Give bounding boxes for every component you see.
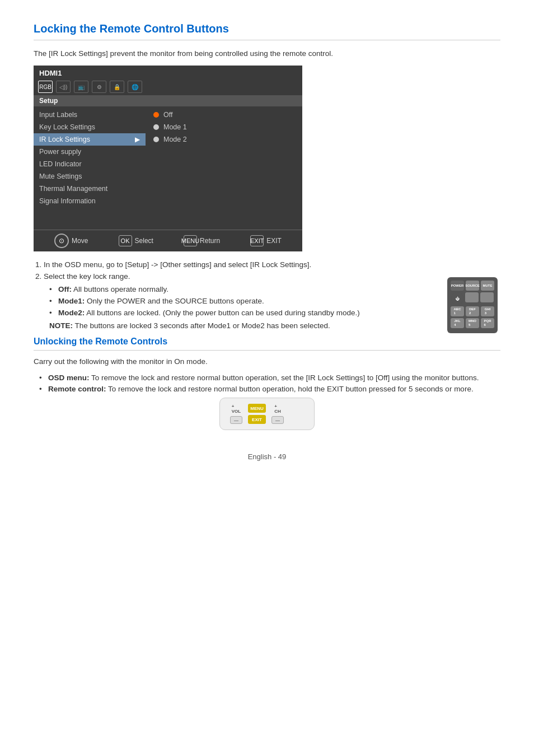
blank-btn-2 — [480, 292, 494, 302]
osd-screenshot: HDMI1 RGB ◁)) 📺 ⚙ 🔒 🌐 Setup Input Labels… — [34, 66, 302, 251]
remote-mini-container: POWER SOURCE MUTE ⏻ ABC1 DEF2 GHI3 JKL4 … — [447, 260, 500, 337]
section2-intro: Carry out the following with the monitor… — [34, 357, 500, 366]
btn-4: JKL4 — [451, 318, 464, 328]
note: NOTE: The buttons are locked 3 seconds a… — [49, 321, 436, 330]
footer-return: MENU Return — [184, 235, 220, 246]
osd-body: Input Labels Key Lock Settings IR Lock S… — [34, 106, 302, 230]
footer-select-label: Select — [135, 237, 153, 245]
audio-icon: ◁)) — [56, 81, 71, 93]
intro-text: The [IR Lock Settings] prevent the monit… — [34, 49, 500, 58]
section2-bullets: OSD menu: To remove the lock and restore… — [39, 374, 500, 393]
mute-btn-label: MUTE — [481, 281, 494, 291]
note-label: NOTE: — [49, 321, 73, 330]
footer-move: ⊙ Move — [54, 234, 88, 248]
remote-row-123: ABC1 DEF2 GHI3 — [451, 306, 494, 316]
note-text: The buttons are locked 3 seconds after M… — [75, 321, 330, 330]
power-btn-label: POWER — [451, 281, 464, 291]
section2-osd-bold: OSD menu: — [48, 374, 90, 382]
menu-btn: MENU — [248, 404, 266, 413]
blank-btn-1 — [465, 292, 479, 302]
section2-remote-bold: Remote control: — [48, 385, 106, 393]
section2-bullet-osd: OSD menu: To remove the lock and restore… — [39, 374, 500, 382]
btn-3: GHI3 — [481, 306, 494, 316]
osd-item-ir-lock: IR Lock Settings ▶ — [34, 133, 146, 146]
lock-icon: 🔒 — [110, 81, 124, 93]
btn-2: DEF2 — [466, 306, 479, 316]
osd-option-mode1-label: Mode 1 — [163, 123, 187, 131]
btn-1: ABC1 — [451, 306, 464, 316]
chevron-right-icon: ▶ — [135, 136, 140, 143]
osd-item-key-lock: Key Lock Settings — [34, 121, 146, 133]
page-footer: English - 49 — [34, 452, 500, 461]
bottom-remote-right: +CH — — [271, 404, 284, 424]
bullet-mode2-bold: Mode2: — [58, 309, 85, 317]
osd-menu-list: Input Labels Key Lock Settings IR Lock S… — [34, 106, 146, 230]
osd-item-power-supply: Power supply — [34, 146, 146, 158]
bottom-remote-center: MENU EXIT — [248, 404, 266, 424]
bullet-list: Off: All buttons operate normally. Mode1… — [49, 285, 436, 317]
vol-label: +VOL — [232, 404, 241, 414]
radio-off — [153, 112, 159, 118]
exit-button-icon: EXIT — [250, 235, 264, 246]
osd-option-off-label: Off — [163, 111, 172, 119]
network-icon: 🌐 — [128, 81, 142, 93]
ch-minus-btn: — — [271, 416, 284, 424]
radio-mode1 — [153, 124, 159, 130]
bullet-mode1-bold: Mode1: — [58, 297, 85, 305]
section2-title: Unlocking the Remote Controls — [34, 337, 500, 351]
osd-option-off: Off — [153, 111, 294, 119]
remote-row-labels: POWER SOURCE MUTE — [451, 281, 494, 291]
steps-section: In the OSD menu, go to [Setup] -> [Other… — [34, 260, 500, 337]
osd-option-mode1: Mode 1 — [153, 123, 294, 131]
remote-mini: POWER SOURCE MUTE ⏻ ABC1 DEF2 GHI3 JKL4 … — [447, 277, 498, 333]
bottom-remote: +VOL — MENU EXIT +CH — — [219, 398, 315, 430]
settings-icon: ⚙ — [92, 81, 106, 93]
osd-item-thermal: Thermal Management — [34, 183, 146, 195]
step-2: Select the key lock range. Off: All butt… — [44, 272, 436, 330]
vol-minus-btn: — — [230, 416, 242, 424]
power-circle-btn: ⏻ — [451, 292, 463, 305]
osd-item-led: LED Indicator — [34, 158, 146, 170]
bottom-remote-container: +VOL — MENU EXIT +CH — — [34, 398, 500, 430]
bullet-off: Off: All buttons operate normally. — [49, 285, 436, 293]
menu-button-icon: MENU — [184, 235, 197, 246]
bullet-mode1: Mode1: Only the POWER and the SOURCE but… — [49, 297, 436, 305]
ok-button-icon: OK — [119, 235, 132, 246]
step-1: In the OSD menu, go to [Setup] -> [Other… — [44, 260, 436, 269]
rgb-icon: RGB — [38, 81, 53, 93]
page-title: Locking the Remote Control Buttons — [34, 22, 500, 40]
source-btn-label: SOURCE — [466, 281, 479, 291]
remote-row-power: ⏻ — [451, 292, 494, 305]
osd-option-mode2: Mode 2 — [153, 136, 294, 143]
section2-bullet-remote: Remote control: To remove the lock and r… — [39, 385, 500, 393]
bottom-remote-left: +VOL — — [230, 404, 242, 424]
footer-return-label: Return — [200, 237, 220, 245]
bullet-mode2: Mode2: All buttons are locked. (Only the… — [49, 309, 436, 317]
btn-6: PQR6 — [481, 318, 494, 328]
tv-icon: 📺 — [74, 81, 88, 93]
bullet-off-bold: Off: — [58, 285, 72, 293]
remote-row-456: JKL4 MNO5 PQR6 — [451, 318, 494, 328]
footer-move-label: Move — [72, 237, 88, 245]
radio-mode2 — [153, 137, 159, 142]
btn-5: MNO5 — [466, 318, 479, 328]
osd-item-ir-lock-label: IR Lock Settings — [39, 136, 90, 143]
move-circle-icon: ⊙ — [54, 234, 69, 248]
steps-list: In the OSD menu, go to [Setup] -> [Other… — [44, 260, 436, 330]
footer-select: OK Select — [119, 235, 153, 246]
osd-icons-row: RGB ◁)) 📺 ⚙ 🔒 🌐 — [34, 78, 302, 95]
osd-section: Setup — [34, 95, 302, 106]
osd-option-mode2-label: Mode 2 — [163, 136, 187, 143]
footer-exit: EXIT EXIT — [250, 235, 282, 246]
osd-item-input-labels: Input Labels — [34, 109, 146, 121]
footer-exit-label: EXIT — [266, 237, 282, 245]
osd-options: Off Mode 1 Mode 2 — [146, 106, 302, 230]
exit-btn: EXIT — [248, 415, 266, 424]
osd-item-signal: Signal Information — [34, 195, 146, 207]
osd-footer: ⊙ Move OK Select MENU Return EXIT EXIT — [34, 230, 302, 251]
ch-label: +CH — [274, 404, 281, 414]
osd-source: HDMI1 — [34, 66, 302, 78]
footer-text: English - 49 — [248, 452, 287, 461]
osd-item-mute: Mute Settings — [34, 170, 146, 183]
steps-left: In the OSD menu, go to [Setup] -> [Other… — [34, 260, 436, 337]
